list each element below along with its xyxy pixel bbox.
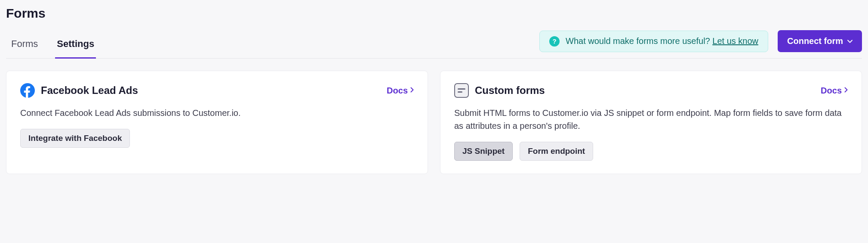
form-endpoint-button[interactable]: Form endpoint xyxy=(520,142,593,161)
facebook-button-group: Integrate with Facebook xyxy=(20,129,414,148)
facebook-docs-link[interactable]: Docs xyxy=(387,86,414,96)
cards-container: Facebook Lead Ads Docs Connect Facebook … xyxy=(6,71,862,174)
custom-button-group: JS Snippet Form endpoint xyxy=(454,142,848,161)
js-snippet-button[interactable]: JS Snippet xyxy=(454,142,513,161)
card-header: Facebook Lead Ads Docs xyxy=(20,83,414,98)
facebook-card-title: Facebook Lead Ads xyxy=(41,84,138,97)
facebook-icon xyxy=(20,83,35,98)
header-right: ? What would make forms more useful? Let… xyxy=(539,30,862,58)
docs-label: Docs xyxy=(387,86,408,96)
feedback-text: What would make forms more useful? Let u… xyxy=(566,36,758,46)
tab-settings[interactable]: Settings xyxy=(55,35,96,58)
card-title-wrap: Custom forms xyxy=(454,83,545,98)
facebook-card-description: Connect Facebook Lead Ads submissions to… xyxy=(20,106,414,119)
chevron-down-icon xyxy=(847,38,853,44)
card-header: Custom forms Docs xyxy=(454,83,848,98)
tabs: Forms Settings xyxy=(6,35,96,58)
page-title: Forms xyxy=(6,6,862,21)
question-icon: ? xyxy=(549,36,560,47)
chevron-right-icon xyxy=(410,87,414,94)
chevron-right-icon xyxy=(844,87,848,94)
feedback-text-label: What would make forms more useful? xyxy=(566,36,712,46)
feedback-link[interactable]: Let us know xyxy=(712,36,758,46)
card-title-wrap: Facebook Lead Ads xyxy=(20,83,138,98)
custom-card-description: Submit HTML forms to Customer.io via JS … xyxy=(454,106,848,132)
connect-form-button[interactable]: Connect form xyxy=(778,30,862,52)
feedback-banner: ? What would make forms more useful? Let… xyxy=(539,31,768,52)
header-row: Forms Settings ? What would make forms m… xyxy=(6,30,862,59)
custom-docs-link[interactable]: Docs xyxy=(821,86,848,96)
tab-forms[interactable]: Forms xyxy=(9,35,40,58)
docs-label: Docs xyxy=(821,86,842,96)
custom-card-title: Custom forms xyxy=(475,84,545,97)
custom-forms-card: Custom forms Docs Submit HTML forms to C… xyxy=(440,71,862,174)
integrate-facebook-button[interactable]: Integrate with Facebook xyxy=(20,129,130,148)
connect-form-label: Connect form xyxy=(787,36,843,46)
form-icon xyxy=(454,83,469,98)
facebook-lead-ads-card: Facebook Lead Ads Docs Connect Facebook … xyxy=(6,71,428,174)
